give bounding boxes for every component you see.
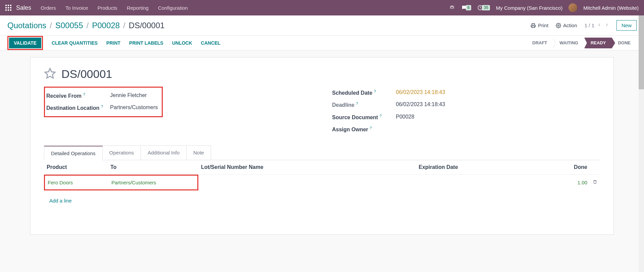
dest-loc-label: Destination Location ? xyxy=(46,104,103,111)
receive-from-label: Receive From ? xyxy=(46,92,103,99)
action-bar-left: VALIDATE CLEAR QUANTITIES PRINT PRINT LA… xyxy=(7,36,220,50)
company-switcher[interactable]: My Company (San Francisco) xyxy=(496,5,562,11)
pager-next[interactable] xyxy=(604,22,609,28)
cell-exp[interactable] xyxy=(416,175,560,191)
menu-to-invoice[interactable]: To Invoice xyxy=(65,5,88,11)
breadcrumb-quotations[interactable]: Quotations xyxy=(7,21,46,30)
svg-rect-8 xyxy=(10,9,11,11)
statusbar: DRAFT WAITING READY DONE xyxy=(526,38,637,48)
highlight-validate: VALIDATE xyxy=(7,36,43,50)
messages-icon[interactable]: 6 xyxy=(461,5,472,11)
cp-right: Print Action 1 / 1 New xyxy=(531,20,637,31)
cancel-button[interactable]: CANCEL xyxy=(201,40,220,46)
tab-detailed-operations[interactable]: Detailed Operations xyxy=(44,146,103,160)
cell-delete[interactable] xyxy=(590,175,600,191)
source-row: Source Document ? P00028 xyxy=(332,111,600,123)
app-name[interactable]: Sales xyxy=(16,4,31,11)
owner-label: Assign Owner ? xyxy=(332,126,389,133)
scrollbar-thumb[interactable] xyxy=(639,15,644,89)
tab-additional-info[interactable]: Additional Info xyxy=(141,145,187,160)
receive-from-value[interactable]: Jennie Fletcher xyxy=(110,92,147,99)
pager: 1 / 1 xyxy=(585,22,609,28)
deadline-row: Deadline ? 06/02/2023 14:18:43 xyxy=(332,99,600,111)
help-icon[interactable]: ? xyxy=(356,101,358,105)
scrollbar[interactable] xyxy=(639,15,644,241)
svg-rect-4 xyxy=(8,7,9,8)
cell-lot[interactable] xyxy=(198,175,416,191)
menu-orders[interactable]: Orders xyxy=(41,5,56,11)
deadline-label: Deadline ? xyxy=(332,101,389,108)
trash-icon[interactable] xyxy=(593,180,597,185)
source-label: Source Document ? xyxy=(332,114,389,121)
col-to[interactable]: To xyxy=(108,160,198,175)
print-button[interactable]: Print xyxy=(531,22,548,28)
breadcrumb: Quotations / S00055 / P00028 / DS/00001 xyxy=(7,21,164,30)
receive-from-row: Receive From ? Jennie Fletcher xyxy=(46,90,158,102)
unlock-button[interactable]: UNLOCK xyxy=(172,40,192,46)
print-button-bar[interactable]: PRINT xyxy=(106,40,120,46)
apps-icon[interactable] xyxy=(5,5,11,11)
new-button[interactable]: New xyxy=(616,20,637,31)
print-labels-button[interactable]: PRINT LABELS xyxy=(129,40,163,46)
scheduled-value[interactable]: 06/02/2023 14:18:43 xyxy=(396,89,445,96)
cell-to[interactable]: Partners/Customers xyxy=(109,176,197,189)
col-product[interactable]: Product xyxy=(44,160,108,175)
avatar[interactable] xyxy=(568,3,577,12)
help-icon[interactable]: ? xyxy=(374,89,376,93)
owner-row: Assign Owner ? xyxy=(332,123,600,135)
control-panel: Quotations / S00055 / P00028 / DS/00001 … xyxy=(0,15,644,36)
dest-loc-value[interactable]: Partners/Customers xyxy=(110,104,158,111)
svg-rect-5 xyxy=(10,7,11,8)
help-icon[interactable]: ? xyxy=(101,104,103,108)
gear-icon xyxy=(556,23,561,28)
topbar-right: 6 35 My Company (San Francisco) Mitchell… xyxy=(449,3,639,12)
svg-rect-1 xyxy=(8,5,9,6)
svg-rect-0 xyxy=(5,5,7,6)
help-icon[interactable]: ? xyxy=(83,92,85,96)
form-left-col: Receive From ? Jennie Fletcher Destinati… xyxy=(44,87,312,135)
bug-icon[interactable] xyxy=(449,4,455,11)
col-exp[interactable]: Expiration Date xyxy=(416,160,560,175)
breadcrumb-s00055[interactable]: S00055 xyxy=(55,21,83,30)
status-waiting[interactable]: WAITING xyxy=(553,38,585,48)
col-lot[interactable]: Lot/Serial Number Name xyxy=(198,160,416,175)
highlight-receive-dest: Receive From ? Jennie Fletcher Destinati… xyxy=(44,87,163,117)
validate-button[interactable]: VALIDATE xyxy=(9,38,41,48)
tab-operations[interactable]: Operations xyxy=(102,145,141,160)
col-done[interactable]: Done xyxy=(560,160,590,175)
help-icon[interactable]: ? xyxy=(380,114,382,118)
cell-done[interactable]: 1.00 xyxy=(560,175,590,191)
record-title: DS/00001 xyxy=(61,67,112,81)
highlight-product-to: Fero Doors Partners/Customers xyxy=(44,175,198,190)
menu-configuration[interactable]: Configuration xyxy=(158,5,188,11)
title-row: DS/00001 xyxy=(44,67,600,81)
status-draft[interactable]: DRAFT xyxy=(526,38,553,48)
user-menu[interactable]: Mitchell Admin (Website) xyxy=(583,5,639,11)
source-value[interactable]: P00028 xyxy=(396,114,414,121)
form-right-col: Scheduled Date ? 06/02/2023 14:18:43 Dea… xyxy=(332,87,600,135)
svg-rect-2 xyxy=(10,5,11,6)
svg-marker-11 xyxy=(45,69,55,78)
svg-rect-7 xyxy=(8,9,9,11)
scheduled-label: Scheduled Date ? xyxy=(332,89,389,96)
add-a-line[interactable]: Add a line xyxy=(47,194,597,207)
pager-count[interactable]: 1 / 1 xyxy=(585,22,594,28)
cell-product[interactable]: Fero Doors xyxy=(45,176,109,189)
activities-icon[interactable]: 35 xyxy=(477,5,490,11)
help-icon[interactable]: ? xyxy=(370,126,372,130)
tab-note[interactable]: Note xyxy=(186,145,211,160)
status-ready[interactable]: READY xyxy=(585,38,612,48)
menu-products[interactable]: Products xyxy=(97,5,117,11)
action-button[interactable]: Action xyxy=(556,22,577,28)
clear-quantities-button[interactable]: CLEAR QUANTITIES xyxy=(52,40,98,46)
scheduled-row: Scheduled Date ? 06/02/2023 14:18:43 xyxy=(332,87,600,99)
menu-reporting[interactable]: Reporting xyxy=(127,5,149,11)
breadcrumb-p00028[interactable]: P00028 xyxy=(92,21,120,30)
lines-table: Product To Lot/Serial Number Name Expira… xyxy=(44,160,600,224)
svg-rect-6 xyxy=(5,9,7,11)
svg-rect-3 xyxy=(5,7,7,8)
status-done[interactable]: DONE xyxy=(612,38,637,48)
form-grid: Receive From ? Jennie Fletcher Destinati… xyxy=(44,87,600,135)
pager-prev[interactable] xyxy=(597,22,602,28)
priority-star-icon[interactable] xyxy=(44,67,56,81)
